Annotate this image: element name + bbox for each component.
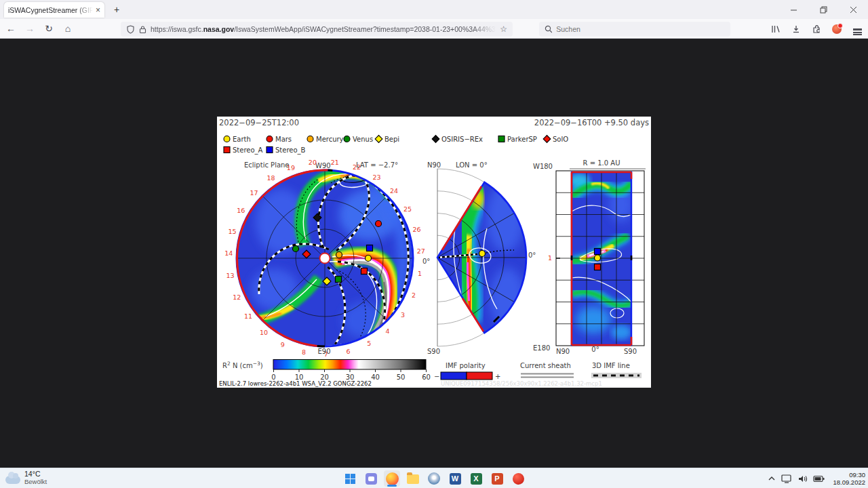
url-bar[interactable]: https://iswa.gsfc.nasa.gov/IswaSystemWeb… bbox=[121, 22, 513, 37]
day-tick: 12 bbox=[233, 293, 241, 301]
imf-polarity-legend: IMF polarity − + bbox=[434, 362, 500, 380]
colorbar-tick-label: 50 bbox=[397, 373, 406, 381]
earth-marker bbox=[366, 256, 372, 262]
toolbar-right-icons bbox=[769, 22, 864, 37]
ecliptic-panel: Ecliptic Plane W90 LAT = −2.7° bbox=[224, 159, 430, 358]
tab-close-icon[interactable]: × bbox=[96, 5, 100, 15]
taskbar-clock[interactable]: 09:30 18.09.2022 bbox=[833, 471, 865, 486]
home-button[interactable]: ⌂ bbox=[60, 20, 76, 37]
search-icon bbox=[545, 25, 552, 33]
mercury-marker bbox=[336, 252, 342, 258]
window-controls bbox=[778, 0, 868, 19]
earth-marker-map bbox=[595, 255, 601, 261]
current-sheath-legend: Current sheath bbox=[520, 362, 574, 378]
tracking-shield-icon[interactable] bbox=[126, 25, 135, 34]
taskbar-thunderbird-app[interactable] bbox=[426, 470, 442, 487]
day-tick: 21 bbox=[331, 159, 339, 166]
folder-icon bbox=[407, 474, 419, 484]
download-icon[interactable] bbox=[789, 22, 803, 37]
day-tick: 26 bbox=[413, 226, 421, 233]
day-tick: 22 bbox=[353, 163, 361, 171]
stereo-b-marker bbox=[367, 245, 373, 251]
colorbar-tick-label: 60 bbox=[422, 373, 431, 381]
reload-button[interactable]: ↻ bbox=[41, 20, 57, 37]
imf-line-title: 3D IMF line bbox=[592, 362, 630, 369]
day-tick: 13 bbox=[226, 272, 234, 279]
restore-button[interactable] bbox=[808, 0, 838, 19]
stereo-a-marker bbox=[361, 268, 368, 274]
legend-marker bbox=[267, 136, 273, 142]
taskbar-firefox-app[interactable] bbox=[384, 470, 400, 487]
legend-label: Mars bbox=[275, 136, 292, 143]
new-tab-button[interactable]: + bbox=[110, 3, 123, 17]
map-e180-label: E180 bbox=[533, 344, 550, 352]
menu-icon[interactable] bbox=[850, 22, 864, 37]
minimize-icon bbox=[790, 6, 797, 14]
day-tick: 14 bbox=[224, 249, 233, 257]
day-tick: 9 bbox=[281, 341, 285, 348]
close-button[interactable] bbox=[838, 0, 868, 19]
avatar-badge bbox=[832, 24, 842, 34]
imf-plus: + bbox=[495, 373, 500, 380]
spacecraft-legend: EarthMarsMercuryVenusBepiOSIRIS−RExParke… bbox=[224, 136, 568, 155]
start-button[interactable] bbox=[342, 470, 358, 487]
legend-marker bbox=[543, 136, 551, 143]
search-input[interactable] bbox=[556, 25, 725, 33]
enlil-gif-image[interactable]: 2022−09−25T12:00 2022−09−16T00 +9.50 day… bbox=[217, 117, 651, 388]
day-tick: 15 bbox=[228, 228, 236, 235]
meridional-panel: N90 LON = 0° bbox=[427, 161, 536, 355]
network-icon[interactable] bbox=[781, 474, 792, 483]
model-run-label: ENLIL-2.7 lowres-2262-a4b1 WSA_V2.2 GONG… bbox=[219, 380, 372, 387]
taskbar-weather-widget[interactable]: 14°C Bewölkt bbox=[5, 470, 47, 485]
search-bar[interactable] bbox=[539, 22, 730, 37]
forward-button[interactable]: → bbox=[22, 20, 38, 37]
taskbar-powerpoint-app[interactable]: P bbox=[489, 470, 505, 487]
lock-icon[interactable] bbox=[139, 25, 146, 34]
map-title: R = 1.0 AU bbox=[583, 159, 620, 167]
windows-logo-icon bbox=[345, 474, 355, 484]
fan-n90-label: N90 bbox=[427, 161, 441, 169]
colorbar-ticks: 0102030405060 bbox=[271, 369, 431, 381]
tab-title: iSWACygnetStreamer (GIF-Grafik, 96 bbox=[8, 6, 93, 14]
red-app-icon bbox=[513, 473, 524, 485]
legend-label: Stereo_B bbox=[275, 146, 306, 155]
map-n90-label: N90 bbox=[556, 348, 570, 355]
legend-marker bbox=[498, 136, 505, 142]
taskbar-explorer-app[interactable] bbox=[405, 470, 421, 487]
taskbar-word-app[interactable]: W bbox=[447, 470, 463, 487]
legend-label: Stereo_A bbox=[233, 146, 263, 155]
back-button[interactable]: ← bbox=[3, 20, 19, 37]
legend-marker bbox=[375, 136, 382, 143]
day-tick: 10 bbox=[260, 329, 268, 336]
navigation-toolbar: ← → ↻ ⌂ https://iswa.gsfc.nasa.gov/IswaS… bbox=[0, 19, 868, 39]
map-w180-label: W180 bbox=[533, 163, 553, 170]
map-0deg-label: 0° bbox=[591, 346, 599, 353]
battery-icon[interactable] bbox=[813, 475, 825, 483]
legend-label: SolO bbox=[553, 136, 568, 143]
imf-minus: − bbox=[434, 373, 439, 380]
account-avatar[interactable] bbox=[830, 22, 844, 37]
tab-bar: iSWACygnetStreamer (GIF-Grafik, 96 × + bbox=[0, 0, 868, 19]
taskbar-excel-app[interactable]: X bbox=[468, 470, 484, 487]
browser-tab[interactable]: iSWACygnetStreamer (GIF-Grafik, 96 × bbox=[4, 2, 104, 18]
taskbar-red-app[interactable] bbox=[510, 470, 526, 487]
extensions-icon[interactable] bbox=[810, 22, 823, 37]
restore-icon bbox=[820, 6, 827, 14]
ecliptic-0deg-label: 0° bbox=[422, 258, 430, 265]
clock-date: 18.09.2022 bbox=[833, 479, 865, 486]
minimize-button[interactable] bbox=[778, 0, 808, 19]
colorbar-label: R2 N (cm−3) bbox=[222, 361, 263, 369]
tray-chevron-icon[interactable] bbox=[768, 476, 776, 481]
enlil-visualization: 2022−09−25T12:00 2022−09−16T00 +9.50 day… bbox=[217, 117, 651, 388]
library-icon[interactable] bbox=[769, 22, 783, 37]
volume-icon[interactable] bbox=[797, 474, 808, 483]
bookmark-star-icon[interactable]: ☆ bbox=[500, 24, 507, 34]
taskbar-chat-app[interactable] bbox=[363, 470, 379, 487]
day-tick: 6 bbox=[346, 348, 350, 355]
day-tick: 2 bbox=[412, 291, 416, 299]
day-tick: 19 bbox=[287, 164, 295, 171]
system-tray: 09:30 18.09.2022 bbox=[768, 468, 865, 488]
legend-label: Venus bbox=[353, 136, 373, 143]
legend-marker bbox=[307, 136, 313, 142]
stereo-b-marker-map bbox=[595, 249, 601, 255]
